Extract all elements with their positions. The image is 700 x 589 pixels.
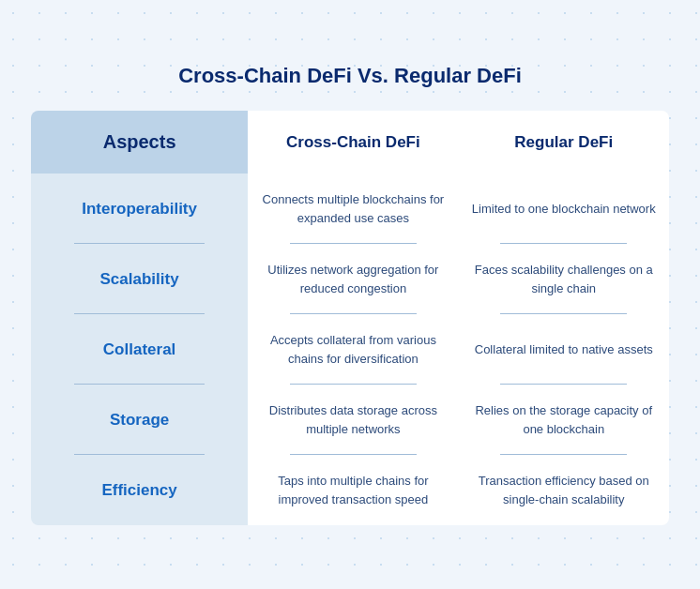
- cross-chain-cell-2: Accepts collateral from various chains f…: [248, 314, 458, 385]
- cross-chain-column: Connects multiple blockchains for expand…: [248, 174, 458, 525]
- regular-text-1: Faces scalability challenges on a single…: [472, 261, 656, 297]
- cross-chain-cell-1: Utilizes network aggregation for reduced…: [248, 244, 458, 314]
- cross-chain-text-1: Utilizes network aggregation for reduced…: [261, 261, 445, 297]
- cross-chain-text-4: Taps into multiple chains for improved t…: [261, 472, 445, 508]
- aspect-label-2: Collateral: [103, 340, 175, 359]
- page-title: Cross-Chain DeFi Vs. Regular DeFi: [31, 64, 669, 88]
- aspect-label-4: Efficiency: [101, 481, 176, 500]
- aspect-cell-4: Efficiency: [31, 455, 248, 525]
- cross-chain-text-2: Accepts collateral from various chains f…: [261, 331, 445, 368]
- aspect-cell-3: Storage: [31, 385, 248, 455]
- aspect-label-1: Scalability: [100, 270, 179, 289]
- cross-chain-header: Cross-Chain DeFi: [248, 111, 458, 174]
- regular-column: Limited to one blockchain networkFaces s…: [459, 174, 669, 525]
- cross-chain-cell-3: Distributes data storage across multiple…: [248, 385, 458, 455]
- aspect-cell-1: Scalability: [31, 244, 248, 314]
- regular-text-4: Transaction efficiency based on single-c…: [472, 472, 656, 508]
- table-header-row: Aspects Cross-Chain DeFi Regular DeFi: [31, 111, 669, 174]
- table-body: InteroperabilityScalabilityCollateralSto…: [31, 174, 669, 525]
- cross-chain-cell-0: Connects multiple blockchains for expand…: [248, 174, 458, 244]
- regular-cell-4: Transaction efficiency based on single-c…: [459, 455, 669, 525]
- regular-cell-2: Collateral limited to native assets: [459, 314, 669, 385]
- aspect-cell-0: Interoperability: [31, 174, 248, 244]
- regular-text-2: Collateral limited to native assets: [475, 340, 653, 359]
- cross-chain-text-3: Distributes data storage across multiple…: [261, 401, 445, 438]
- cross-chain-cell-4: Taps into multiple chains for improved t…: [248, 455, 458, 525]
- regular-text-3: Relies on the storage capacity of one bl…: [472, 401, 656, 438]
- regular-cell-3: Relies on the storage capacity of one bl…: [459, 385, 669, 455]
- regular-cell-0: Limited to one blockchain network: [459, 174, 669, 244]
- aspects-header: Aspects: [31, 111, 248, 174]
- aspects-column: InteroperabilityScalabilityCollateralSto…: [31, 174, 248, 525]
- page-container: Cross-Chain DeFi Vs. Regular DeFi Aspect…: [22, 45, 678, 544]
- regular-cell-1: Faces scalability challenges on a single…: [459, 244, 669, 314]
- aspect-label-0: Interoperability: [82, 200, 197, 219]
- cross-chain-text-0: Connects multiple blockchains for expand…: [261, 190, 445, 227]
- aspect-cell-2: Collateral: [31, 314, 248, 385]
- regular-defi-header: Regular DeFi: [459, 111, 669, 174]
- regular-text-0: Limited to one blockchain network: [472, 200, 656, 219]
- comparison-table: Aspects Cross-Chain DeFi Regular DeFi In…: [31, 111, 669, 525]
- aspect-label-3: Storage: [110, 411, 169, 430]
